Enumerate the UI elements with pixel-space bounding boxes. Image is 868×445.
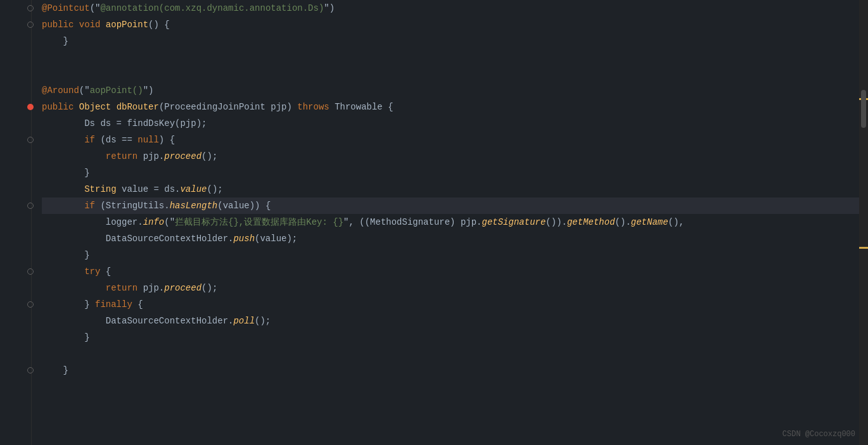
gutter-line-1 [23,0,26,16]
gutter-line-7 [23,99,26,115]
gutter-line-6 [23,82,26,99]
token [73,99,79,115]
gutter-line-10 [23,148,26,165]
code-area[interactable]: @Pointcut("@annotation(com.xzq.dynamic.a… [32,0,859,445]
gutter-lines [23,0,26,379]
gutter-line-18 [23,280,26,296]
code-line-16: } [42,247,859,263]
token: poll [233,313,255,329]
gutter-line-20 [23,313,26,329]
gutter-line-13 [23,197,26,214]
gutter-line-16 [23,247,26,263]
token [42,148,106,165]
code-line-20: DataSourceContextHolder.poll(); [42,313,859,329]
code-line-18: return pjp.proceed(); [42,280,859,296]
token: try [84,263,100,280]
gutter-line-14 [23,214,26,230]
token: { [100,263,111,280]
token: ()). [546,214,567,230]
code-line-13: if (StringUtils.hasLength(value)) { [42,197,859,214]
token: aopPoint [106,16,148,33]
token [73,16,79,33]
gutter-line-21 [23,329,26,346]
token: () { [148,16,170,33]
code-line-4 [42,49,859,66]
gutter-line-17 [23,263,26,280]
token: getSignature [482,214,546,230]
token: pjp. [137,280,164,296]
token: } [42,165,90,181]
token: } [42,362,68,379]
watermark: CSDN @Cocoxzq000 [782,430,855,439]
gutter-line-11 [23,165,26,181]
token: (StringUtils. [95,197,170,214]
code-line-21: } [42,329,859,346]
token: Ds ds = findDsKey(pjp); [42,115,207,132]
token: ) { [159,132,175,148]
token: (ds == [95,132,137,148]
gutter-line-3 [23,33,26,49]
token [42,181,84,197]
token: push [233,230,255,247]
gutter-line-23 [23,362,26,379]
token: (); [201,280,217,296]
token: DataSourceContextHolder. [42,230,233,247]
token: null [137,132,159,148]
gutter-line-5 [23,66,26,82]
token: proceed [164,148,201,165]
token: ") [143,82,154,99]
token: public [42,16,73,33]
token: proceed [164,280,201,296]
token: ") [324,0,335,16]
scrollbar-right[interactable] [859,0,868,445]
token: } [42,296,95,313]
token: return [106,148,137,165]
gutter-line-22 [23,346,26,362]
code-line-22 [42,346,859,362]
gutter-line-15 [23,230,26,247]
token: (); [201,148,217,165]
token: info [143,214,165,230]
token: (ProceedingJoinPoint pjp) [159,99,297,115]
token: Object [79,99,111,115]
token: { [132,296,143,313]
gutter-line-19 [23,296,26,313]
code-line-9: if (ds == null) { [42,132,859,148]
token: dbRouter [117,99,159,115]
token: } [42,33,68,49]
token: value [180,181,207,197]
token: } [42,329,90,346]
gutter-line-9 [23,132,26,148]
token: ", ((MethodSignature) pjp. [343,214,482,230]
token: (); [255,313,271,329]
token: pjp. [137,148,164,165]
code-line-10: return pjp.proceed(); [42,148,859,165]
token [42,132,84,148]
code-line-7: public Object dbRouter(ProceedingJoinPoi… [42,99,859,115]
token: getName [631,214,668,230]
code-line-11: } [42,165,859,181]
token: aopPoint() [90,82,143,99]
code-line-5 [42,66,859,82]
token: 拦截目标方法{},设置数据库路由Key: {} [175,214,343,230]
editor-container: @Pointcut("@annotation(com.xzq.dynamic.a… [0,0,868,445]
token: if [84,197,95,214]
gutter-line-12 [23,181,26,197]
token: @annotation [100,0,158,16]
token: @Pointcut [42,0,90,16]
code-line-23: } [42,362,859,379]
token [42,197,84,214]
token [100,16,105,33]
token: hasLength [170,197,218,214]
line-gutter [0,0,32,445]
code-line-6: @Around("aopPoint()") [42,82,859,99]
token: (" [79,82,90,99]
token: (). [615,214,631,230]
gutter-line-2 [23,16,26,33]
token: Throwable { [329,99,393,115]
code-line-14: logger.info("拦截目标方法{},设置数据库路由Key: {}", (… [42,214,859,230]
token: DataSourceContextHolder. [42,313,233,329]
gutter-line-4 [23,49,26,66]
scrollbar-thumb[interactable] [861,90,866,128]
token: (), [668,214,684,230]
